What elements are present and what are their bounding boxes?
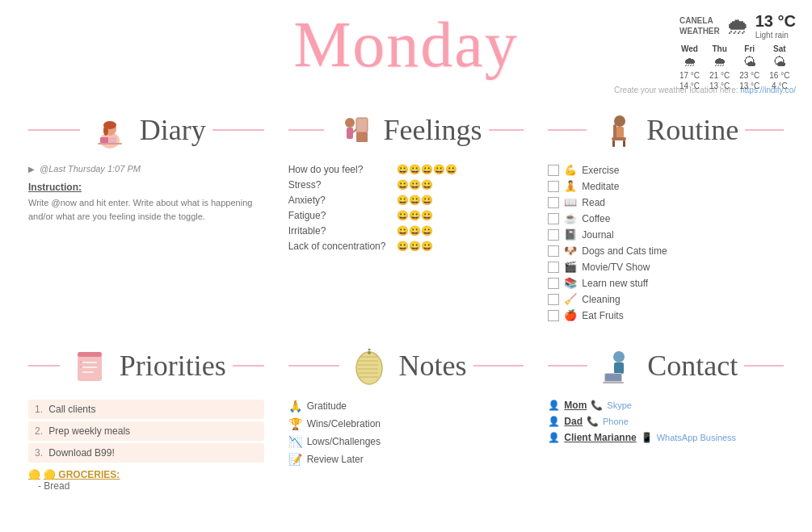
routine-item-1[interactable]: 🧘 Meditate xyxy=(548,180,784,192)
feelings-line-left xyxy=(288,129,324,131)
priority-item-2: 3. Download B99! xyxy=(28,443,264,463)
contact-item-0: 👤 Mom 📞 Skype xyxy=(548,400,784,411)
diary-instruction-label: Instruction: xyxy=(28,182,264,193)
feelings-section: Feelings How do you feel? 😀😀😀😀😀 Stress? … xyxy=(276,98,536,333)
priorities-line-left xyxy=(28,365,60,367)
toggle-arrow-icon: ▶ xyxy=(28,165,35,174)
svg-rect-10 xyxy=(356,132,368,142)
notes-title: Notes xyxy=(399,349,467,383)
diary-header: Diary xyxy=(28,106,264,154)
notes-icon xyxy=(346,341,394,390)
diary-section: Diary ▶ @Last Thursday 1:07 PM Instructi… xyxy=(16,98,276,333)
feelings-rows: How do you feel? 😀😀😀😀😀 Stress? 😀😀😀 Anxie… xyxy=(288,164,524,252)
contact-header: Contact xyxy=(548,341,784,390)
routine-checkbox-8[interactable] xyxy=(548,294,559,305)
routine-line-right xyxy=(745,129,784,131)
feelings-row-3: Fatigue? 😀😀😀 xyxy=(288,210,524,221)
diary-title: Diary xyxy=(140,113,206,147)
routine-item-2[interactable]: 📖 Read xyxy=(548,196,784,208)
notes-item-1[interactable]: 🏆 Wins/Celebration xyxy=(288,417,524,430)
routine-item-7[interactable]: 📚 Learn new stuff xyxy=(548,277,784,289)
weather-current: CANELA WEATHER 🌧 13 °C Light rain xyxy=(679,12,796,40)
routine-checkbox-1[interactable] xyxy=(548,181,559,192)
feelings-row-5: Lack of concentration? 😀😀😀 xyxy=(288,241,524,252)
contact-item-1: 👤 Dad 📞 Phone xyxy=(548,416,784,427)
priorities-section: ✓ ✓ Priorities 1. Call clients 2. Prep w… xyxy=(16,333,276,500)
svg-point-34 xyxy=(613,351,625,362)
notes-items: 🙏 Gratitude 🏆 Wins/Celebration 📉 Lows/Ch… xyxy=(288,400,524,466)
routine-items: 💪 Exercise 🧘 Meditate 📖 Read ☕ Coffee 📓 xyxy=(548,164,784,321)
routine-checkbox-3[interactable] xyxy=(548,213,559,224)
diary-icon xyxy=(86,106,135,154)
notes-header: Notes xyxy=(288,341,524,390)
notes-item-0[interactable]: 🙏 Gratitude xyxy=(288,400,524,413)
routine-checkbox-7[interactable] xyxy=(548,278,559,289)
routine-header: Routine xyxy=(548,106,784,154)
svg-point-33 xyxy=(368,348,371,350)
notes-line-right xyxy=(473,365,524,367)
routine-item-9[interactable]: 🍎 Eat Fruits xyxy=(548,309,784,321)
feelings-header: Feelings xyxy=(288,106,524,154)
groceries-item-0: - Bread xyxy=(28,480,264,492)
weather-current-icon: 🌧 xyxy=(726,13,749,40)
routine-checkbox-4[interactable] xyxy=(548,229,559,241)
svg-rect-6 xyxy=(98,143,122,145)
weather-forecast: Wed 🌧 17 °C 14 °C Thu 🌧 21 °C 13 °C Fri … xyxy=(679,44,796,90)
contact-icon xyxy=(594,341,642,390)
svg-rect-4 xyxy=(100,137,108,143)
notes-item-3[interactable]: 📝 Review Later xyxy=(288,453,524,466)
forecast-fri: Fri 🌤 23 °C 13 °C xyxy=(739,44,759,90)
routine-item-0[interactable]: 💪 Exercise xyxy=(548,164,784,176)
svg-rect-20 xyxy=(82,362,97,363)
svg-rect-19 xyxy=(78,352,102,357)
contact-title: Contact xyxy=(647,349,738,383)
weather-temp: 13 °C xyxy=(755,12,796,31)
priorities-title: Priorities xyxy=(120,349,226,383)
contact-item-2: 👤 Client Marianne 📱 WhatsApp Business xyxy=(548,432,784,443)
priorities-line-right xyxy=(233,365,264,367)
routine-item-4[interactable]: 📓 Journal xyxy=(548,228,784,241)
routine-title: Routine xyxy=(646,113,738,147)
svg-rect-21 xyxy=(82,367,97,368)
priorities-list: 1. Call clients 2. Prep weekly meals 3. … xyxy=(28,400,264,463)
priority-item-0: 1. Call clients xyxy=(28,400,264,419)
page-title: Monday xyxy=(293,8,519,82)
header: Monday CANELA WEATHER 🌧 13 °C Light rain… xyxy=(0,0,812,86)
feelings-title: Feelings xyxy=(384,113,482,147)
routine-checkbox-5[interactable] xyxy=(548,245,559,257)
priority-item-1: 2. Prep weekly meals xyxy=(28,421,264,441)
diary-instruction: Instruction: Write @now and hit enter. W… xyxy=(28,182,264,223)
contact-line-left xyxy=(548,365,587,367)
routine-item-3[interactable]: ☕ Coffee xyxy=(548,212,784,224)
svg-rect-37 xyxy=(605,374,621,381)
svg-rect-17 xyxy=(623,140,625,147)
groceries-section: 🟡 🟡 GROCERIES: - Bread xyxy=(28,469,264,492)
feelings-row-4: Irritable? 😀😀😀 xyxy=(288,225,524,237)
weather-desc: Light rain xyxy=(755,31,796,40)
routine-checkbox-9[interactable] xyxy=(548,310,559,321)
feelings-line-right xyxy=(489,129,524,131)
routine-item-6[interactable]: 🎬 Movie/TV Show xyxy=(548,261,784,273)
svg-rect-8 xyxy=(347,128,353,139)
notes-line-left xyxy=(288,365,339,367)
routine-item-8[interactable]: 🧹 Cleaning xyxy=(548,293,784,305)
svg-rect-16 xyxy=(612,140,615,147)
svg-point-3 xyxy=(103,126,108,136)
diary-instruction-text: Write @now and hit enter. Write about wh… xyxy=(28,196,264,223)
routine-icon xyxy=(593,106,642,154)
routine-checkbox-2[interactable] xyxy=(548,197,559,208)
diary-toggle[interactable]: ▶ @Last Thursday 1:07 PM xyxy=(28,164,264,174)
routine-checkbox-6[interactable] xyxy=(548,262,559,273)
forecast-wed: Wed 🌧 17 °C 14 °C xyxy=(679,44,700,90)
notes-item-2[interactable]: 📉 Lows/Challenges xyxy=(288,435,524,448)
svg-rect-9 xyxy=(356,118,368,132)
forecast-sat: Sat 🌤 16 °C 4 °C xyxy=(769,44,789,90)
svg-text:✓: ✓ xyxy=(79,364,82,369)
diary-line-right xyxy=(212,129,264,131)
svg-rect-13 xyxy=(616,127,624,138)
routine-item-5[interactable]: 🐶 Dogs and Cats time xyxy=(548,245,784,257)
feelings-row-0: How do you feel? 😀😀😀😀😀 xyxy=(288,164,524,175)
contact-line-right xyxy=(744,365,784,367)
routine-checkbox-0[interactable] xyxy=(548,165,559,176)
feelings-row-2: Anxiety? 😀😀😀 xyxy=(288,195,524,206)
